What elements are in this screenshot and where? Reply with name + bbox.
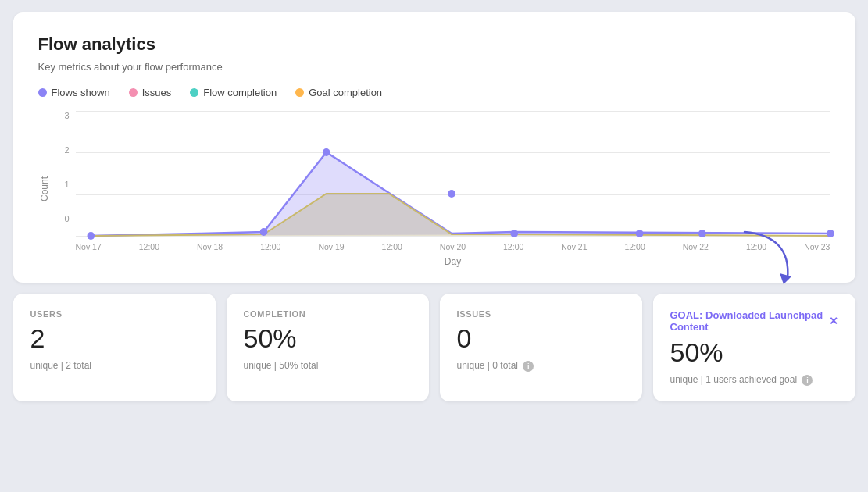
page-subtitle: Key metrics about your flow performance xyxy=(38,61,830,73)
stat-sub-goal: unique | 1 users achieved goal i xyxy=(670,374,838,386)
x-tick-1200-5: 12:00 xyxy=(624,242,645,251)
dot-nov19-peak xyxy=(322,148,330,156)
x-tick-nov17: Nov 17 xyxy=(76,242,102,251)
legend-goal-completion: Goal completion xyxy=(295,87,382,98)
dot-nov23 xyxy=(827,230,834,237)
stat-sub-issues: unique | 0 total i xyxy=(457,360,625,372)
legend-label-goal: Goal completion xyxy=(309,87,382,98)
dot-nov17 xyxy=(87,232,95,240)
x-tick-nov18: Nov 18 xyxy=(197,242,223,251)
x-ticks-container: Nov 17 12:00 Nov 18 12:00 Nov 19 12:00 N… xyxy=(54,237,830,267)
y-tick-1: 1 xyxy=(64,180,69,189)
goal-close-icon[interactable]: ✕ xyxy=(829,315,838,327)
dot-nov19-12 xyxy=(448,190,455,198)
stat-card-completion: COMPLETION 50% unique | 50% total xyxy=(227,294,429,401)
chart-svg xyxy=(76,111,830,236)
x-tick-nov21: Nov 21 xyxy=(561,242,587,251)
x-tick-1200-6: 12:00 xyxy=(746,242,766,251)
stat-card-issues: ISSUES 0 unique | 0 total i xyxy=(440,294,642,401)
flows-shown-line xyxy=(91,152,830,236)
stat-value-users: 2 xyxy=(30,323,198,354)
stat-value-completion: 50% xyxy=(244,323,412,354)
dot-nov18 xyxy=(259,228,267,236)
y-tick-0: 0 xyxy=(64,214,69,223)
stat-value-goal: 50% xyxy=(670,337,838,368)
y-axis: 3 2 1 0 xyxy=(54,111,76,237)
legend-label-completion: Flow completion xyxy=(203,87,277,98)
stat-value-issues: 0 xyxy=(457,323,625,354)
y-tick-2: 2 xyxy=(64,145,69,155)
x-tick-1200-1: 12:00 xyxy=(139,242,159,251)
chart-legend: Flows shown Issues Flow completion Goal … xyxy=(38,87,830,98)
x-axis-label: Day xyxy=(76,256,830,267)
x-tick-1200-2: 12:00 xyxy=(260,242,280,251)
x-ticks: Nov 17 12:00 Nov 18 12:00 Nov 19 12:00 N… xyxy=(76,237,830,251)
stat-label-completion: COMPLETION xyxy=(244,309,412,319)
analytics-card: Flow analytics Key metrics about your fl… xyxy=(13,12,855,283)
svg-marker-0 xyxy=(780,273,791,284)
x-tick-1200-3: 12:00 xyxy=(382,242,402,251)
x-tick-nov22: Nov 22 xyxy=(683,242,709,251)
legend-label-flows: Flows shown xyxy=(52,87,110,98)
legend-dot-completion xyxy=(190,88,198,97)
stat-card-users: USERS 2 unique | 2 total xyxy=(13,294,216,401)
issues-info-icon[interactable]: i xyxy=(523,361,534,372)
x-tick-nov23: Nov 23 xyxy=(804,242,830,251)
x-tick-1200-4: 12:00 xyxy=(503,242,523,251)
legend-dot-issues xyxy=(129,88,138,97)
flows-shown-area xyxy=(91,152,830,236)
dot-nov22 xyxy=(698,230,705,237)
legend-issues: Issues xyxy=(129,87,172,98)
legend-dot-flows xyxy=(38,88,47,97)
y-axis-label-container: Count xyxy=(38,111,54,267)
stat-label-users: USERS xyxy=(30,309,198,319)
y-axis-label: Count xyxy=(39,176,50,201)
page-title: Flow analytics xyxy=(38,34,830,55)
stat-sub-completion: unique | 50% total xyxy=(244,360,412,371)
legend-flows-shown: Flows shown xyxy=(38,87,110,98)
stat-sub-users: unique | 2 total xyxy=(30,360,198,371)
stats-row: USERS 2 unique | 2 total COMPLETION 50% … xyxy=(13,294,855,401)
chart-plot-area xyxy=(76,111,830,236)
x-tick-nov20: Nov 20 xyxy=(440,242,466,251)
goal-completion-line xyxy=(91,194,830,236)
y-tick-3: 3 xyxy=(64,111,69,120)
dot-nov21 xyxy=(635,230,643,237)
legend-dot-goal xyxy=(295,88,304,97)
legend-flow-completion: Flow completion xyxy=(190,87,277,98)
x-tick-nov19: Nov 19 xyxy=(318,242,344,251)
goal-completion-area xyxy=(91,194,830,236)
legend-label-issues: Issues xyxy=(142,87,172,98)
dot-nov20 xyxy=(510,230,518,237)
goal-info-icon[interactable]: i xyxy=(802,375,813,386)
stat-label-issues: ISSUES xyxy=(457,309,625,319)
goal-title: GOAL: Downloaded Launchpad Content ✕ xyxy=(670,309,838,333)
stat-card-goal: GOAL: Downloaded Launchpad Content ✕ 50%… xyxy=(653,294,855,401)
